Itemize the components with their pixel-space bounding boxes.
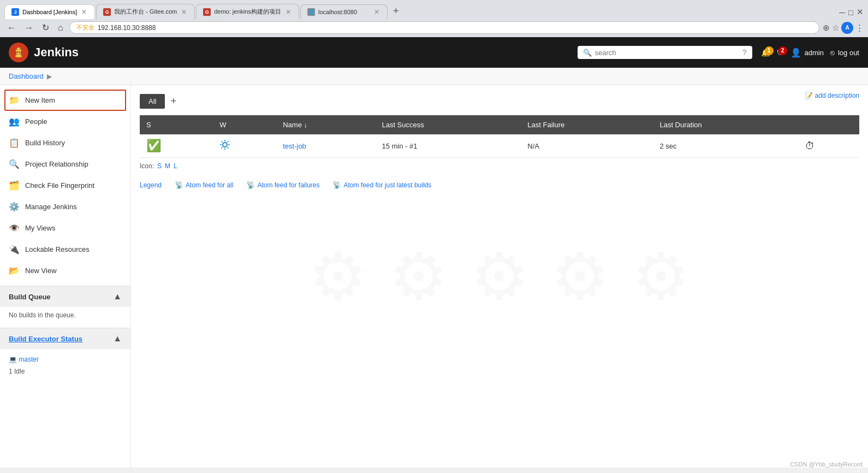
executor-master-link[interactable]: master — [19, 356, 39, 363]
search-icon: 🔍 — [583, 49, 592, 57]
build-executor-content: 💻 master 1 Idle — [0, 349, 130, 382]
user-menu[interactable]: 👤 admin — [790, 48, 824, 58]
build-queue-collapse[interactable]: ▲ — [113, 292, 122, 301]
maximize-button[interactable]: □ — [848, 8, 853, 17]
build-executor-collapse[interactable]: ▲ — [113, 334, 122, 344]
add-view-button[interactable]: + — [166, 94, 181, 108]
tab-all[interactable]: All — [140, 94, 165, 109]
username-label: admin — [805, 49, 824, 57]
col-header-last-duration: Last Duration — [653, 115, 799, 134]
sidebar-item-manage-jenkins[interactable]: ⚙️ Manage Jenkins — [0, 196, 130, 217]
notification-button[interactable]: 🔔 1 — [761, 49, 770, 57]
jenkins-app: Jenkins 🔍 ? 🔔 1 🛡 2 👤 admin ⎋ log out — [0, 37, 868, 468]
new-tab-button[interactable]: + — [389, 3, 403, 19]
sidebar-item-my-views[interactable]: 👁️ My Views — [0, 217, 130, 239]
search-input[interactable] — [595, 49, 739, 57]
sidebar-item-new-item[interactable]: 📁 New Item — [4, 90, 126, 111]
build-queue-title: Build Queue — [9, 293, 51, 301]
tab-dashboard-jenkins[interactable]: J Dashboard [Jenkins] ✕ — [4, 4, 95, 19]
logout-button[interactable]: ⎋ log out — [830, 49, 859, 57]
build-executor-header[interactable]: Build Executor Status ▲ — [0, 328, 130, 349]
build-executor-section: Build Executor Status ▲ 💻 master 1 Idle — [0, 328, 130, 382]
menu-button[interactable]: ⋮ — [855, 23, 864, 33]
home-button[interactable]: ⌂ — [55, 22, 66, 34]
sidebar: 📁 New Item 👥 People 📋 Build History 🔍 Pr… — [0, 85, 131, 468]
sidebar-label-my-views: My Views — [25, 224, 55, 232]
search-help-icon[interactable]: ? — [742, 48, 747, 57]
new-view-icon: 📂 — [9, 265, 20, 276]
security-button[interactable]: 🛡 2 — [777, 49, 784, 57]
tab-bar: J Dashboard [Jenkins] ✕ G 我的工作台 - Gitee.… — [4, 3, 864, 19]
close-browser-button[interactable]: ✕ — [857, 7, 864, 17]
sidebar-item-new-view[interactable]: 📂 New View — [0, 260, 130, 281]
sidebar-item-lockable-resources[interactable]: 🔌 Lockable Resources — [0, 239, 130, 260]
project-rel-icon: 🔍 — [9, 159, 20, 169]
sidebar-item-build-history[interactable]: 📋 Build History — [0, 132, 130, 153]
sidebar-label-project-rel: Project Relationship — [25, 160, 88, 168]
sidebar-label-manage: Manage Jenkins — [25, 203, 77, 211]
build-executor-title[interactable]: Build Executor Status — [9, 335, 82, 343]
svg-line-10 — [228, 141, 229, 142]
logout-icon: ⎋ — [830, 49, 835, 57]
security-warning: 不安全 — [76, 23, 94, 32]
atom-feed-all-link[interactable]: 📡 Atom feed for all — [175, 181, 233, 189]
rss-icon-all: 📡 — [175, 181, 183, 189]
build-queue-header[interactable]: Build Queue ▲ — [0, 286, 130, 307]
tab-demo-jenkins[interactable]: G demo: jenkins构建的项目 ✕ — [196, 4, 299, 19]
sidebar-item-check-fingerprint[interactable]: 🗂️ Check File Fingerprint — [0, 175, 130, 196]
icon-size-m[interactable]: M — [165, 162, 170, 170]
forward-button[interactable]: → — [22, 22, 36, 34]
search-box: 🔍 ? — [578, 46, 752, 59]
tab-localhost[interactable]: 🌐 localhost:8080 ✕ — [300, 4, 388, 19]
breadcrumb-sep: ▶ — [47, 73, 52, 80]
sidebar-item-people[interactable]: 👥 People — [0, 111, 130, 132]
job-link-test-job[interactable]: test-job — [283, 142, 306, 150]
jenkins-title: Jenkins — [34, 45, 79, 60]
col-header-last-success: Last Success — [375, 115, 521, 134]
icon-size-s[interactable]: S — [157, 162, 162, 170]
build-queue-empty: No builds in the queue. — [9, 311, 76, 319]
atom-feed-failures-link[interactable]: 📡 Atom feed for failures — [246, 181, 319, 189]
tab-gitee[interactable]: G 我的工作台 - Gitee.com ✕ — [96, 4, 195, 19]
svg-line-9 — [228, 147, 229, 148]
notification-badge: 1 — [765, 46, 774, 55]
tab-favicon-1: J — [11, 8, 19, 16]
tab-close-2[interactable]: ✕ — [180, 8, 188, 16]
breadcrumb-dashboard[interactable]: Dashboard — [9, 72, 44, 80]
tab-close-4[interactable]: ✕ — [373, 8, 381, 16]
sidebar-label-new-view: New View — [25, 267, 57, 275]
icon-size-row: Icon: S M L — [140, 158, 859, 174]
back-button[interactable]: ← — [4, 22, 19, 34]
tab-favicon-2: G — [103, 8, 111, 16]
svg-line-8 — [222, 141, 223, 142]
atom-feed-latest-link[interactable]: 📡 Atom feed for just latest builds — [332, 181, 431, 189]
executor-number: 1 — [9, 368, 13, 375]
tab-favicon-3: G — [203, 8, 211, 16]
bookmark-button[interactable]: ☆ — [832, 23, 839, 33]
minimize-button[interactable]: ─ — [839, 8, 845, 17]
tab-close-1[interactable]: ✕ — [80, 8, 88, 16]
profile-avatar[interactable]: A — [841, 22, 853, 34]
row-status: ✅ — [140, 134, 213, 158]
col-header-last-failure: Last Failure — [521, 115, 653, 134]
row-last-duration: 2 sec — [653, 134, 799, 158]
icon-size-label: Icon: — [140, 162, 154, 170]
build-queue-section: Build Queue ▲ No builds in the queue. — [0, 286, 130, 323]
sidebar-item-project-relationship[interactable]: 🔍 Project Relationship — [0, 153, 130, 175]
tab-close-3[interactable]: ✕ — [284, 8, 292, 16]
add-description-btn[interactable]: 📝 add description — [805, 92, 859, 99]
translate-button[interactable]: ⊕ — [823, 23, 830, 33]
col-header-s: S — [140, 115, 213, 134]
reload-button[interactable]: ↻ — [39, 21, 52, 34]
legend-link[interactable]: Legend — [140, 181, 162, 189]
icon-size-l[interactable]: L — [174, 162, 177, 170]
address-bar[interactable]: 不安全 192.168.10.30:8888 — [69, 21, 819, 34]
executor-idle-item: 1 Idle — [9, 365, 122, 377]
jenkins-logo[interactable]: Jenkins — [9, 43, 79, 62]
lockable-icon: 🔌 — [9, 244, 20, 255]
sidebar-label-build-history: Build History — [25, 139, 65, 147]
build-history-icon: 📋 — [9, 138, 20, 148]
add-desc-icon: 📝 — [805, 92, 813, 99]
new-item-icon: 📁 — [9, 95, 20, 105]
row-action-icon[interactable]: ⏱ — [805, 140, 815, 151]
